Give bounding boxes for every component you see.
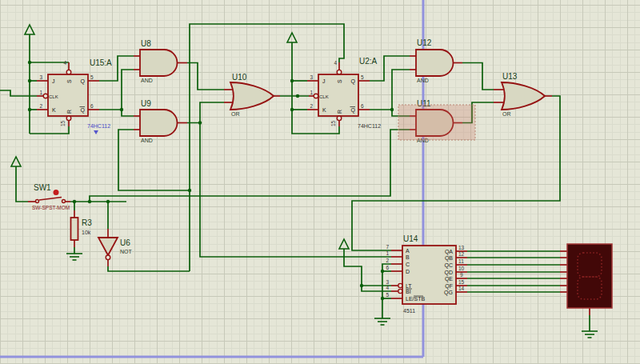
svg-text:1: 1 <box>39 90 42 95</box>
component-u13-or-gate[interactable]: U13 OR <box>494 72 552 117</box>
svg-text:6: 6 <box>90 103 94 109</box>
svg-text:K: K <box>322 107 326 113</box>
wire[interactable] <box>190 24 344 271</box>
power-terminals <box>11 25 349 249</box>
power-terminal[interactable] <box>287 33 297 42</box>
svg-text:R: R <box>66 110 72 114</box>
svg-text:3: 3 <box>39 74 42 80</box>
part-ref: U12 <box>417 38 432 47</box>
gate-type: AND <box>417 78 429 83</box>
selection-highlight <box>398 105 475 140</box>
svg-text:2: 2 <box>310 103 313 109</box>
svg-text:13: 13 <box>458 245 465 250</box>
wire[interactable] <box>0 90 37 96</box>
gate-type: NOT <box>120 249 133 254</box>
part-value: 74HC112 <box>358 123 381 129</box>
power-terminal[interactable] <box>11 157 21 166</box>
svg-text:4: 4 <box>386 285 389 290</box>
svg-text:7: 7 <box>386 244 389 250</box>
part-value: 74HC112 <box>87 123 110 129</box>
part-ref: U10 <box>232 73 247 82</box>
svg-text:CLK: CLK <box>49 94 58 99</box>
ground-terminals <box>66 254 598 338</box>
svg-text:15: 15 <box>458 279 465 285</box>
component-sw1-switch[interactable]: SW1 SW-SPST-MOM <box>28 183 70 210</box>
svg-text:4: 4 <box>334 60 337 66</box>
svg-text:A: A <box>406 248 410 254</box>
svg-text:4: 4 <box>63 60 66 66</box>
svg-text:3: 3 <box>310 74 313 80</box>
svg-text:QG: QG <box>444 290 453 296</box>
svg-text:2: 2 <box>39 103 42 109</box>
svg-text:Q: Q <box>351 107 356 114</box>
svg-text:R: R <box>337 110 342 114</box>
component-u8-and-gate[interactable]: U8 AND <box>134 39 187 83</box>
part-ref: SW1 <box>34 183 51 192</box>
part-value: SW-SPST-MOM <box>32 205 70 210</box>
svg-text:D: D <box>406 269 410 274</box>
display-body <box>567 244 612 308</box>
svg-text:6: 6 <box>361 103 364 109</box>
part-ref: U15:A <box>90 58 112 67</box>
svg-text:12: 12 <box>458 251 465 257</box>
power-terminal[interactable] <box>339 239 349 249</box>
svg-text:J: J <box>52 78 55 84</box>
svg-text:QF: QF <box>445 283 453 290</box>
ground-terminal[interactable] <box>66 254 82 260</box>
wire[interactable] <box>16 166 28 202</box>
component-7segment-display[interactable] <box>560 244 612 315</box>
svg-text:QE: QE <box>445 276 453 282</box>
component-u14-decoder[interactable]: U14 4511 7 1 2 6 3 4 5 A B C D LT BI LE/… <box>386 234 467 314</box>
svg-text:2: 2 <box>386 258 389 263</box>
part-ref: R3 <box>82 218 92 227</box>
svg-text:CLK: CLK <box>319 94 329 99</box>
svg-text:5: 5 <box>90 74 94 80</box>
svg-text:B: B <box>406 254 410 260</box>
component-u10-or-gate[interactable]: U10 OR <box>224 73 280 117</box>
svg-text:1: 1 <box>310 90 313 95</box>
wire[interactable] <box>108 266 190 271</box>
schematic-canvas[interactable]: U15:A 74HC112 3 1 2 5 6 4 15 J CLK K Q Q… <box>0 0 640 364</box>
component-u15-flipflop[interactable]: U15:A 74HC112 3 1 2 5 6 4 15 J CLK K Q Q… <box>37 58 112 134</box>
part-value: 10k <box>82 230 91 235</box>
component-r3-resistor[interactable]: R3 10k <box>71 210 93 247</box>
component-u6-not-gate[interactable]: U6 NOT <box>98 229 133 266</box>
wire[interactable] <box>344 249 391 291</box>
wires <box>0 24 590 331</box>
svg-text:Q: Q <box>351 78 356 85</box>
ground-terminal[interactable] <box>582 331 598 338</box>
wire[interactable] <box>30 126 69 134</box>
wire[interactable] <box>122 110 134 116</box>
switch-actuator[interactable] <box>54 190 59 195</box>
wire[interactable] <box>187 102 224 123</box>
component-u9-and-gate[interactable]: U9 AND <box>134 99 187 143</box>
wire[interactable] <box>187 63 224 90</box>
svg-text:LT: LT <box>406 283 412 289</box>
component-u12-and-gate[interactable]: U12 AND <box>410 38 462 83</box>
svg-text:QB: QB <box>445 255 453 262</box>
wire[interactable] <box>370 70 410 110</box>
svg-text:15: 15 <box>60 120 66 126</box>
svg-text:5: 5 <box>361 74 364 80</box>
wire[interactable] <box>200 123 391 258</box>
svg-text:S: S <box>337 79 342 83</box>
component-u2-flipflop[interactable]: U2:A 74HC112 3 1 2 5 6 4 15 J CLK K Q Q … <box>307 57 381 129</box>
wire[interactable] <box>118 130 190 190</box>
part-value: 4511 <box>403 308 415 314</box>
svg-text:QA: QA <box>445 249 453 255</box>
svg-text:C: C <box>406 262 410 267</box>
gate-type: OR <box>231 111 240 117</box>
part-ref: U14 <box>403 234 418 243</box>
svg-text:J: J <box>322 78 326 84</box>
power-terminal[interactable] <box>25 25 34 34</box>
svg-text:1: 1 <box>386 250 389 256</box>
ground-terminal[interactable] <box>374 318 390 325</box>
part-ref: U9 <box>141 99 151 108</box>
component-u11-and-gate[interactable]: U11 AND <box>398 99 475 143</box>
svg-text:LE/STB: LE/STB <box>406 296 425 302</box>
gate-type: OR <box>502 111 511 117</box>
svg-text:K: K <box>52 107 56 113</box>
wire[interactable] <box>462 63 494 90</box>
part-ref: U2:A <box>359 57 378 66</box>
wire[interactable] <box>99 70 134 110</box>
